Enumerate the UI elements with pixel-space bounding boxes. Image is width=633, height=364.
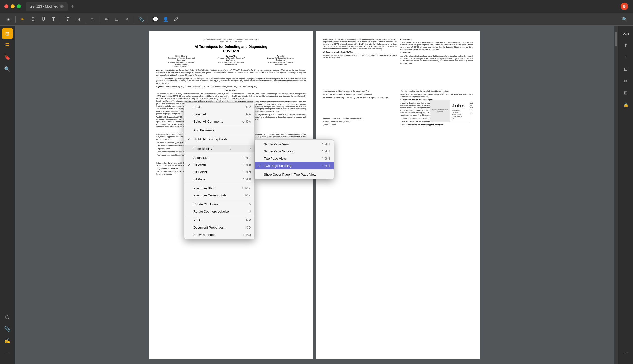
conference-header: 2022 International Conference for Advanc…	[156, 38, 306, 42]
two-page-view-item[interactable]: Two Page View ⌃ ⌘ 3	[255, 155, 334, 162]
section-1-title: I. Introduction	[156, 90, 306, 92]
author-1: Kshitij C Kurne Department of Computer S…	[156, 55, 206, 68]
close-button[interactable]	[5, 4, 9, 8]
sig-thumbnail: Modern method medical image so...	[430, 100, 450, 122]
abstract-section-2: As COVID-19 diagnosing is the lengthy pr…	[156, 77, 306, 84]
left-sidebar: ⊞ ☰ 🔖 🔍 ⬡ 📎 ✍ ⋯	[0, 26, 15, 364]
scroll-thumb[interactable]	[615, 32, 617, 46]
sig-info: John Digitally signd by:JohnDate:2024.05…	[450, 101, 469, 121]
abstract-section: Abstract— In 2020, the new Coronavirus i…	[156, 69, 306, 76]
add-bookmark-menu-item[interactable]: Add Bookmark	[185, 127, 254, 134]
page-display-menu-item[interactable]: Page Display ›	[185, 144, 254, 152]
titlebar: test 123 - Modified ✕ + B	[0, 0, 633, 13]
menu-separator-5	[185, 184, 254, 184]
pages-icon[interactable]: ⊡	[620, 64, 631, 75]
toolbar-divider-4	[99, 16, 99, 23]
print-menu-item[interactable]: Print... ⌘ P	[185, 217, 254, 224]
page-display-submenu: Single Page View ⌃ ⌘ 1 Single Page Scrol…	[255, 139, 334, 180]
strikethrough-icon[interactable]: S	[29, 15, 37, 24]
more-tools-icon[interactable]: ⋯	[620, 347, 631, 358]
user-avatar: B	[621, 3, 628, 10]
toolbar-divider-1	[15, 16, 16, 23]
menu-separator-4	[185, 153, 254, 154]
play-from-current-menu-item[interactable]: Play from Current Slide ⌘ ↵	[185, 192, 254, 199]
paste-menu-item[interactable]: Paste ⌘ V	[185, 104, 254, 111]
text-select-icon[interactable]: T	[49, 15, 58, 24]
fit-height-menu-item[interactable]: Fit Height ⌃ ⌘ 9	[185, 168, 254, 176]
pdf-content-area: 2022 International Conference for Advanc…	[15, 26, 614, 364]
sig-name: John	[452, 102, 468, 110]
tab-bar: test 123 - Modified ✕ +	[26, 2, 621, 11]
show-cover-page-item[interactable]: Show Cover Page in Two Page View	[255, 171, 334, 178]
fullscreen-button[interactable]	[17, 4, 21, 8]
attachment-icon[interactable]: 📎	[137, 15, 146, 24]
menu-separator-6	[185, 200, 254, 200]
fit-page-menu-item[interactable]: Fit Page ⌃ ⌘ 0	[185, 176, 254, 183]
author-2: Sini Anna Alex Department of Computer Sc…	[206, 55, 256, 68]
outline-icon[interactable]: ☰	[2, 40, 13, 51]
fill-sign-icon[interactable]: ✏	[620, 76, 631, 86]
right-panel: OCR ⬆ ↑ ⊡ ✏ ⊞ 🔒 ⋯	[618, 26, 633, 364]
underline-icon[interactable]: U	[39, 15, 48, 24]
lasso-icon[interactable]: ⌖	[123, 15, 132, 24]
thumbnails-icon[interactable]: ⊞	[2, 28, 13, 39]
shapes-icon[interactable]: □	[112, 15, 121, 24]
text-cursor-icon[interactable]: T	[63, 15, 72, 24]
tab-close-button[interactable]: ✕	[60, 5, 64, 8]
search-icon[interactable]: 🔍	[620, 15, 629, 24]
actual-size-menu-item[interactable]: Actual Size ⌃ ⌘ 7	[185, 154, 254, 161]
select-all-comments-menu-item[interactable]: Select All Comments ⌥ ⌘ A	[185, 118, 254, 125]
toolbar-divider-5	[134, 16, 134, 23]
annotate-icon[interactable]: ✏	[18, 15, 27, 24]
submenu-separator	[255, 170, 334, 170]
toolbar-divider-2	[61, 16, 61, 23]
rotate-cw-menu-item[interactable]: Rotate Clockwise ↻	[185, 201, 254, 208]
search-sidebar-icon[interactable]: 🔍	[2, 64, 13, 75]
attachments-icon[interactable]: 📎	[2, 324, 13, 334]
keywords-section: Keywords—Machine Learning (ML), Artifici…	[156, 86, 306, 88]
single-page-view-item[interactable]: Single Page View ⌃ ⌘ 1	[255, 140, 334, 148]
paper-title: AI Techniques for Detecting and Diagnosi…	[156, 44, 306, 54]
comment-icon[interactable]: 💬	[151, 15, 160, 24]
list-icon[interactable]: ≡	[88, 15, 97, 24]
organize-icon[interactable]: ⊞	[620, 88, 631, 98]
play-from-start-menu-item[interactable]: Play from Start ⇧ ⌘ ↵	[185, 184, 254, 192]
protect-icon[interactable]: 🔒	[620, 99, 631, 110]
signatures-icon[interactable]: ✍	[2, 335, 13, 346]
text-box-icon[interactable]: ⊡	[74, 15, 83, 24]
new-tab-button[interactable]: +	[70, 4, 76, 10]
two-page-scrolling-item[interactable]: ✓ Two Page Scrolling ⌃ ⌘ 4	[255, 162, 334, 169]
toolbar-divider-6	[148, 16, 148, 23]
share-icon[interactable]: ↑	[620, 52, 631, 63]
bookmarks-icon[interactable]: 🔖	[2, 52, 13, 63]
active-tab[interactable]: test 123 - Modified ✕	[26, 2, 68, 11]
menu-separator-1	[185, 126, 254, 126]
show-in-finder-menu-item[interactable]: Show in Finder ⇧ ⌘ J	[185, 231, 254, 238]
pencil-icon[interactable]: ✏	[102, 15, 111, 24]
highlight-fields-menu-item[interactable]: ✓ Highlight Existing Fields	[185, 136, 254, 143]
person-icon[interactable]: 👤	[161, 15, 170, 24]
author-3: Parkavi A Department of Computer Science…	[256, 55, 306, 68]
menu-separator-3	[185, 144, 254, 144]
digital-signature: Modern method medical image so... John D…	[430, 100, 470, 122]
export-pdf-icon[interactable]: ⬆	[620, 40, 631, 51]
traffic-lights	[0, 4, 21, 8]
menu-separator-2	[185, 135, 254, 135]
minimize-button[interactable]	[11, 4, 15, 8]
ocr-icon[interactable]: OCR	[620, 28, 631, 39]
select-all-menu-item[interactable]: Select All ⌘ A	[185, 111, 254, 118]
scrollbar[interactable]	[614, 26, 618, 364]
context-menu: Paste ⌘ V Select All ⌘ A Select All Comm…	[184, 102, 255, 240]
single-page-scrolling-item[interactable]: Single Page Scrolling ⌃ ⌘ 2	[255, 148, 334, 155]
document-properties-menu-item[interactable]: Document Properties... ⌘ D	[185, 224, 254, 231]
library-icon[interactable]: ⊞	[4, 15, 13, 24]
layers-icon[interactable]: ⬡	[2, 312, 13, 322]
toolbar-divider-3	[85, 16, 85, 23]
menu-separator-7	[185, 216, 254, 216]
fit-width-menu-item[interactable]: ✓ Fit Width ⌃ ⌘ 8	[185, 161, 254, 168]
right-page-content: affected with COVID-19 virus, if patient…	[323, 38, 473, 65]
more-sidebar-icon[interactable]: ⋯	[2, 347, 13, 358]
highlighter-icon[interactable]: 🖊	[172, 15, 181, 24]
rotate-ccw-menu-item[interactable]: Rotate Counterclockwise ↺	[185, 208, 254, 215]
authors-section: Kshitij C Kurne Department of Computer S…	[156, 55, 306, 68]
